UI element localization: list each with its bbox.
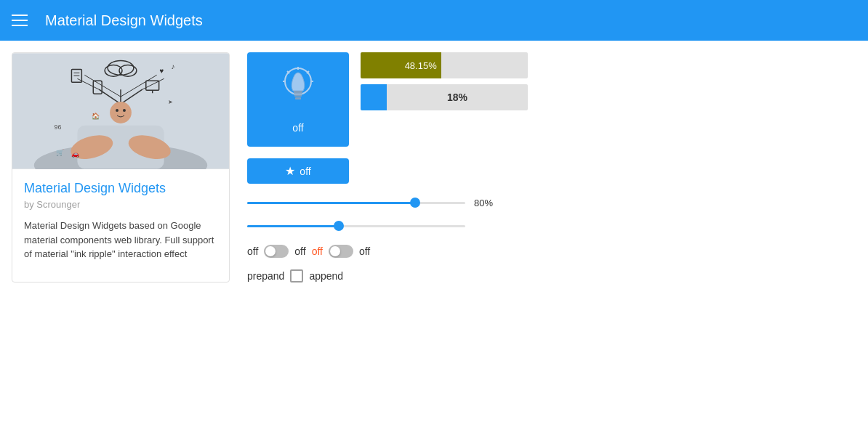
svg-point-30 [123, 109, 126, 112]
widgets-area: off 48.15% 18% ★ off [247, 52, 856, 283]
slider-2-fill [247, 225, 339, 227]
card-illustration: ♥ ♪ 🛒 🚗 96 🏠 ➤ [12, 53, 229, 169]
toggle-1-label: off [247, 245, 258, 257]
card-body: Material Design Widgets by Scrounger Mat… [12, 169, 229, 273]
svg-text:🏠: 🏠 [92, 112, 100, 121]
svg-rect-34 [295, 97, 301, 99]
toggle-3-label: off [312, 245, 323, 257]
card-image: ♥ ♪ 🛒 🚗 96 🏠 ➤ [12, 53, 229, 169]
checkbox-row: prepand append [247, 269, 856, 283]
toggle-2-label: off [294, 245, 305, 257]
svg-text:96: 96 [55, 123, 62, 131]
star-button-label: off [300, 166, 310, 177]
app-header: Material Design Widgets [0, 0, 868, 41]
checkbox-input[interactable] [290, 269, 303, 283]
card-description: Material Design Widgets based on Google … [24, 219, 217, 261]
checkbox-prepend-label: prepand [247, 270, 284, 282]
svg-text:♥: ♥ [160, 67, 164, 75]
sliders-group: 80% [247, 195, 856, 233]
progress-bar-2: 18% [361, 84, 528, 110]
toggle-1-knob [265, 246, 276, 256]
bulb-button-label: off [292, 122, 303, 134]
svg-point-28 [110, 102, 132, 123]
main-content: ♥ ♪ 🛒 🚗 96 🏠 ➤ Material Design Widgets [0, 41, 868, 294]
star-button[interactable]: ★ off [247, 158, 349, 184]
slider-2-bg [247, 225, 465, 227]
header-title: Material Design Widgets [45, 12, 203, 29]
svg-text:♪: ♪ [172, 62, 175, 70]
toggle-1-switch[interactable] [264, 245, 289, 258]
toggles-row: off off off off [247, 245, 856, 258]
svg-rect-33 [294, 94, 302, 97]
progress-bar-1: 48.15% [361, 52, 528, 78]
progress-fill-olive: 48.15% [361, 52, 441, 78]
progress-bars: 48.15% 18% [361, 52, 856, 110]
slider-1-label: 80% [474, 198, 503, 208]
svg-point-29 [116, 109, 118, 112]
svg-text:🛒: 🛒 [56, 148, 65, 157]
slider-row-1: 80% [247, 195, 856, 210]
slider-row-2 [247, 219, 856, 233]
card-author: by Scrounger [24, 199, 217, 210]
menu-button[interactable] [12, 15, 28, 26]
slider-1-bg [247, 202, 465, 204]
progress-fill-blue [361, 84, 387, 110]
progress-bar-2-label: 18% [387, 92, 528, 103]
widget-card: ♥ ♪ 🛒 🚗 96 🏠 ➤ Material Design Widgets [12, 52, 230, 283]
slider-2-thumb[interactable] [334, 221, 344, 231]
bulb-icon [280, 65, 316, 116]
star-icon: ★ [285, 164, 295, 178]
slider-1-track[interactable] [247, 195, 465, 210]
toggle-4-label: off [359, 245, 370, 257]
bulb-button[interactable]: off [247, 52, 349, 147]
slider-1-fill [247, 202, 415, 204]
svg-rect-32 [294, 91, 302, 94]
card-title: Material Design Widgets [24, 181, 217, 196]
row-1: off 48.15% 18% [247, 52, 856, 147]
toggle-2-knob [330, 246, 340, 256]
toggle-2-switch[interactable] [329, 245, 353, 258]
slider-2-track[interactable] [247, 219, 465, 233]
progress-bar-1-label: 48.15% [405, 60, 437, 71]
slider-1-thumb[interactable] [410, 198, 420, 208]
svg-text:🚗: 🚗 [71, 150, 80, 158]
checkbox-append-label: append [309, 270, 343, 282]
star-button-row: ★ off [247, 158, 856, 184]
svg-text:➤: ➤ [168, 99, 173, 105]
